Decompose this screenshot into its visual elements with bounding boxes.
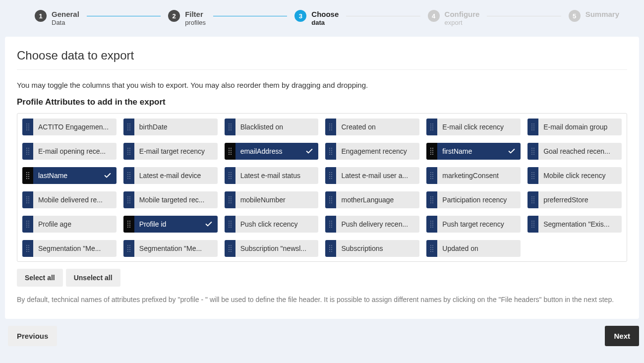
drag-handle-icon[interactable] xyxy=(426,240,437,257)
drag-handle-icon[interactable] xyxy=(325,167,336,184)
attribute-chip-body[interactable]: Created on xyxy=(336,119,419,135)
step-filter[interactable]: 2Filterprofiles xyxy=(168,10,206,27)
attribute-chip-body[interactable]: E-mail opening rece... xyxy=(33,143,117,160)
attribute-chip-body[interactable]: preferredStore xyxy=(538,191,622,208)
attribute-chip-body[interactable]: E-mail domain group xyxy=(538,119,622,135)
attribute-chip-body[interactable]: Profile age xyxy=(33,216,117,233)
drag-handle-icon[interactable] xyxy=(225,167,235,184)
drag-handle-icon[interactable] xyxy=(225,191,235,208)
drag-handle-icon[interactable] xyxy=(426,167,437,184)
attribute-chip[interactable]: Mobile click recency xyxy=(527,167,622,184)
attribute-chip-body[interactable]: birthDate xyxy=(134,119,218,135)
drag-handle-icon[interactable] xyxy=(22,240,33,257)
attribute-chip[interactable]: marketingConsent xyxy=(426,167,521,184)
drag-handle-icon[interactable] xyxy=(426,119,437,135)
drag-handle-icon[interactable] xyxy=(22,216,33,233)
drag-handle-icon[interactable] xyxy=(527,167,538,184)
attribute-chip[interactable]: Latest e-mail status xyxy=(225,167,319,184)
drag-handle-icon[interactable] xyxy=(123,119,134,135)
attribute-chip[interactable]: Push click recency xyxy=(225,216,319,233)
attribute-chip-body[interactable]: Push click recency xyxy=(235,216,319,233)
attribute-chip[interactable]: Profile age xyxy=(22,216,117,233)
attribute-chip[interactable]: E-mail click recency xyxy=(426,119,521,135)
drag-handle-icon[interactable] xyxy=(325,191,336,208)
attribute-chip[interactable]: Latest e-mail device xyxy=(123,167,218,184)
attribute-chip-body[interactable]: Mobile delivered re... xyxy=(33,191,117,208)
attribute-chip[interactable]: Participation recency xyxy=(426,191,521,208)
attribute-chip-body[interactable]: Engagement recency xyxy=(336,143,419,160)
drag-handle-icon[interactable] xyxy=(22,167,33,184)
attribute-chip[interactable]: Latest e-mail user a... xyxy=(325,167,419,184)
attribute-chip[interactable]: Subscriptions xyxy=(325,240,419,257)
drag-handle-icon[interactable] xyxy=(225,119,235,135)
drag-handle-icon[interactable] xyxy=(22,143,33,160)
attribute-chip-body[interactable]: Subscription "newsl... xyxy=(235,240,319,257)
attribute-chip[interactable]: Blacklisted on xyxy=(225,119,319,135)
drag-handle-icon[interactable] xyxy=(225,216,235,233)
attribute-chip[interactable]: Engagement recency xyxy=(325,143,419,160)
drag-handle-icon[interactable] xyxy=(527,216,538,233)
attribute-chip-body[interactable]: Latest e-mail status xyxy=(235,167,319,184)
attribute-chip[interactable]: motherLanguage xyxy=(325,191,419,208)
attribute-chip-body[interactable]: Push delivery recen... xyxy=(336,216,419,233)
attribute-chip-body[interactable]: lastName xyxy=(33,167,117,184)
drag-handle-icon[interactable] xyxy=(426,143,437,160)
attribute-chip-body[interactable]: firstName xyxy=(437,143,521,160)
attribute-chip[interactable]: E-mail target recency xyxy=(123,143,218,160)
attribute-chip-body[interactable]: ACTITO Engagemen... xyxy=(33,119,117,135)
attribute-chip-body[interactable]: marketingConsent xyxy=(437,167,521,184)
drag-handle-icon[interactable] xyxy=(325,119,336,135)
drag-handle-icon[interactable] xyxy=(123,167,134,184)
attribute-chip[interactable]: Segmentation "Me... xyxy=(22,240,117,257)
attribute-chip[interactable]: Push target recency xyxy=(426,216,521,233)
attribute-chip[interactable]: preferredStore xyxy=(527,191,622,208)
attribute-chip-body[interactable]: Updated on xyxy=(437,240,521,257)
drag-handle-icon[interactable] xyxy=(225,143,235,160)
drag-handle-icon[interactable] xyxy=(527,143,538,160)
attribute-chip-body[interactable]: Blacklisted on xyxy=(235,119,319,135)
attribute-chip[interactable]: Segmentation "Me... xyxy=(123,240,218,257)
attribute-chip[interactable]: E-mail domain group xyxy=(527,119,622,135)
attribute-chip-body[interactable]: Mobile targeted rec... xyxy=(134,191,218,208)
drag-handle-icon[interactable] xyxy=(325,143,336,160)
attribute-chip-body[interactable]: Latest e-mail user a... xyxy=(336,167,419,184)
attribute-chip-body[interactable]: Segmentation "Me... xyxy=(33,240,117,257)
attribute-chip-body[interactable]: E-mail target recency xyxy=(134,143,218,160)
attribute-chip-body[interactable]: E-mail click recency xyxy=(437,119,521,135)
attribute-chip[interactable]: Segmentation "Exis... xyxy=(527,216,622,233)
step-general[interactable]: 1GeneralData xyxy=(35,10,79,27)
attribute-chip-body[interactable]: Subscriptions xyxy=(336,240,419,257)
attribute-chip-body[interactable]: Segmentation "Me... xyxy=(134,240,218,257)
drag-handle-icon[interactable] xyxy=(426,216,437,233)
select-all-button[interactable]: Select all xyxy=(17,269,63,287)
attribute-chip[interactable]: Push delivery recen... xyxy=(325,216,419,233)
attribute-chip[interactable]: mobileNumber xyxy=(225,191,319,208)
attribute-chip[interactable]: birthDate xyxy=(123,119,218,135)
drag-handle-icon[interactable] xyxy=(325,216,336,233)
unselect-all-button[interactable]: Unselect all xyxy=(66,269,120,287)
attribute-chip-body[interactable]: emailAddress xyxy=(235,143,319,160)
previous-button[interactable]: Previous xyxy=(8,326,57,346)
drag-handle-icon[interactable] xyxy=(22,191,33,208)
drag-handle-icon[interactable] xyxy=(123,143,134,160)
attribute-chip[interactable]: E-mail opening rece... xyxy=(22,143,117,160)
drag-handle-icon[interactable] xyxy=(123,240,134,257)
attribute-chip[interactable]: lastName xyxy=(22,167,117,184)
drag-handle-icon[interactable] xyxy=(426,191,437,208)
attribute-chip-body[interactable]: Segmentation "Exis... xyxy=(538,216,622,233)
drag-handle-icon[interactable] xyxy=(527,119,538,135)
attribute-chip-body[interactable]: motherLanguage xyxy=(336,191,419,208)
drag-handle-icon[interactable] xyxy=(225,240,235,257)
attribute-chip[interactable]: Subscription "newsl... xyxy=(225,240,319,257)
attribute-chip[interactable]: ACTITO Engagemen... xyxy=(22,119,117,135)
step-choose[interactable]: 3Choosedata xyxy=(294,10,339,27)
attribute-chip[interactable]: emailAddress xyxy=(225,143,319,160)
attribute-chip-body[interactable]: mobileNumber xyxy=(235,191,319,208)
attribute-chip-body[interactable]: Goal reached recen... xyxy=(538,143,622,160)
attribute-chip[interactable]: firstName xyxy=(426,143,521,160)
attribute-chip[interactable]: Profile id xyxy=(123,216,218,233)
attribute-chip[interactable]: Mobile targeted rec... xyxy=(123,191,218,208)
attribute-chip-body[interactable]: Latest e-mail device xyxy=(134,167,218,184)
attribute-chip[interactable]: Mobile delivered re... xyxy=(22,191,117,208)
drag-handle-icon[interactable] xyxy=(325,240,336,257)
